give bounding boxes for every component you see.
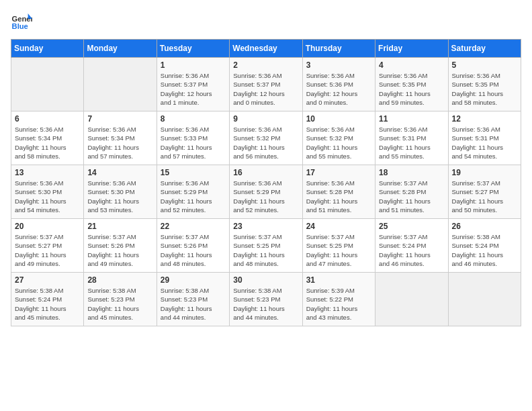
day-number: 1 xyxy=(161,60,226,70)
day-number: 7 xyxy=(87,114,152,124)
calendar-cell: 15Sunrise: 5:36 AM Sunset: 5:29 PM Dayli… xyxy=(157,165,229,219)
day-number: 31 xyxy=(306,275,371,285)
day-number: 21 xyxy=(87,222,152,231)
calendar-week-4: 20Sunrise: 5:37 AM Sunset: 5:27 PM Dayli… xyxy=(11,219,521,273)
calendar-cell: 26Sunrise: 5:38 AM Sunset: 5:24 PM Dayli… xyxy=(448,219,521,273)
day-number: 29 xyxy=(161,275,226,285)
day-number: 20 xyxy=(15,222,80,231)
logo: General Blue xyxy=(11,11,28,32)
logo-icon: General Blue xyxy=(11,11,32,32)
day-number: 18 xyxy=(379,168,444,177)
calendar-week-5: 27Sunrise: 5:38 AM Sunset: 5:24 PM Dayli… xyxy=(11,273,521,326)
calendar-cell: 28Sunrise: 5:38 AM Sunset: 5:23 PM Dayli… xyxy=(84,273,157,326)
day-info: Sunrise: 5:36 AM Sunset: 5:37 PM Dayligh… xyxy=(161,71,226,107)
day-info: Sunrise: 5:36 AM Sunset: 5:36 PM Dayligh… xyxy=(306,71,371,107)
day-number: 17 xyxy=(306,168,371,177)
page-header: General Blue xyxy=(11,11,521,32)
day-info: Sunrise: 5:38 AM Sunset: 5:23 PM Dayligh… xyxy=(233,286,298,322)
svg-text:Blue: Blue xyxy=(12,22,28,30)
day-number: 2 xyxy=(233,60,298,70)
day-info: Sunrise: 5:36 AM Sunset: 5:34 PM Dayligh… xyxy=(15,125,80,161)
calendar-cell: 25Sunrise: 5:37 AM Sunset: 5:24 PM Dayli… xyxy=(375,219,448,273)
weekday-header-thursday: Thursday xyxy=(302,40,375,58)
calendar-cell xyxy=(448,273,521,326)
day-info: Sunrise: 5:36 AM Sunset: 5:29 PM Dayligh… xyxy=(233,179,298,214)
calendar-cell: 10Sunrise: 5:36 AM Sunset: 5:32 PM Dayli… xyxy=(302,111,375,165)
calendar-cell: 22Sunrise: 5:37 AM Sunset: 5:26 PM Dayli… xyxy=(157,219,229,273)
day-info: Sunrise: 5:37 AM Sunset: 5:25 PM Dayligh… xyxy=(233,232,298,268)
weekday-header-monday: Monday xyxy=(84,40,157,58)
day-number: 19 xyxy=(452,168,517,177)
calendar-cell xyxy=(375,273,448,326)
day-info: Sunrise: 5:36 AM Sunset: 5:32 PM Dayligh… xyxy=(233,125,298,161)
day-info: Sunrise: 5:36 AM Sunset: 5:32 PM Dayligh… xyxy=(306,125,371,161)
day-number: 28 xyxy=(87,275,152,285)
day-info: Sunrise: 5:36 AM Sunset: 5:29 PM Dayligh… xyxy=(161,179,226,214)
weekday-header-tuesday: Tuesday xyxy=(157,40,229,58)
day-info: Sunrise: 5:36 AM Sunset: 5:33 PM Dayligh… xyxy=(161,125,226,161)
day-number: 12 xyxy=(452,114,517,124)
day-info: Sunrise: 5:37 AM Sunset: 5:24 PM Dayligh… xyxy=(379,232,444,268)
day-info: Sunrise: 5:37 AM Sunset: 5:27 PM Dayligh… xyxy=(15,232,80,268)
day-info: Sunrise: 5:36 AM Sunset: 5:30 PM Dayligh… xyxy=(87,179,152,214)
calendar-cell: 9Sunrise: 5:36 AM Sunset: 5:32 PM Daylig… xyxy=(230,111,302,165)
calendar-cell: 12Sunrise: 5:36 AM Sunset: 5:31 PM Dayli… xyxy=(448,111,521,165)
calendar-cell: 17Sunrise: 5:36 AM Sunset: 5:28 PM Dayli… xyxy=(302,165,375,219)
day-number: 16 xyxy=(233,168,298,177)
calendar-cell: 23Sunrise: 5:37 AM Sunset: 5:25 PM Dayli… xyxy=(230,219,302,273)
day-number: 13 xyxy=(15,168,80,177)
calendar-cell: 30Sunrise: 5:38 AM Sunset: 5:23 PM Dayli… xyxy=(230,273,302,326)
day-number: 6 xyxy=(15,114,80,124)
day-info: Sunrise: 5:37 AM Sunset: 5:27 PM Dayligh… xyxy=(452,179,517,214)
calendar-body: 1Sunrise: 5:36 AM Sunset: 5:37 PM Daylig… xyxy=(11,58,521,326)
day-info: Sunrise: 5:36 AM Sunset: 5:35 PM Dayligh… xyxy=(452,71,517,107)
day-info: Sunrise: 5:36 AM Sunset: 5:30 PM Dayligh… xyxy=(15,179,80,214)
calendar-header-row: SundayMondayTuesdayWednesdayThursdayFrid… xyxy=(11,40,521,58)
calendar-cell: 7Sunrise: 5:36 AM Sunset: 5:34 PM Daylig… xyxy=(84,111,157,165)
calendar-cell xyxy=(84,58,157,111)
day-info: Sunrise: 5:37 AM Sunset: 5:28 PM Dayligh… xyxy=(379,179,444,214)
day-number: 10 xyxy=(306,114,371,124)
calendar-cell xyxy=(11,58,84,111)
calendar-cell: 31Sunrise: 5:39 AM Sunset: 5:22 PM Dayli… xyxy=(302,273,375,326)
weekday-header-saturday: Saturday xyxy=(448,40,521,58)
calendar-cell: 1Sunrise: 5:36 AM Sunset: 5:37 PM Daylig… xyxy=(157,58,229,111)
day-info: Sunrise: 5:38 AM Sunset: 5:23 PM Dayligh… xyxy=(161,286,226,322)
weekday-header-wednesday: Wednesday xyxy=(230,40,302,58)
calendar-cell: 27Sunrise: 5:38 AM Sunset: 5:24 PM Dayli… xyxy=(11,273,84,326)
day-number: 24 xyxy=(306,222,371,231)
day-info: Sunrise: 5:37 AM Sunset: 5:26 PM Dayligh… xyxy=(87,232,152,268)
calendar-cell: 3Sunrise: 5:36 AM Sunset: 5:36 PM Daylig… xyxy=(302,58,375,111)
day-info: Sunrise: 5:36 AM Sunset: 5:31 PM Dayligh… xyxy=(452,125,517,161)
day-number: 23 xyxy=(233,222,298,231)
day-number: 26 xyxy=(452,222,517,231)
weekday-header-friday: Friday xyxy=(375,40,448,58)
calendar-cell: 19Sunrise: 5:37 AM Sunset: 5:27 PM Dayli… xyxy=(448,165,521,219)
calendar-cell: 5Sunrise: 5:36 AM Sunset: 5:35 PM Daylig… xyxy=(448,58,521,111)
day-info: Sunrise: 5:36 AM Sunset: 5:35 PM Dayligh… xyxy=(379,71,444,107)
day-number: 22 xyxy=(161,222,226,231)
weekday-header-sunday: Sunday xyxy=(11,40,84,58)
calendar-cell: 8Sunrise: 5:36 AM Sunset: 5:33 PM Daylig… xyxy=(157,111,229,165)
day-number: 3 xyxy=(306,60,371,70)
day-info: Sunrise: 5:39 AM Sunset: 5:22 PM Dayligh… xyxy=(306,286,371,322)
calendar-cell: 13Sunrise: 5:36 AM Sunset: 5:30 PM Dayli… xyxy=(11,165,84,219)
day-number: 25 xyxy=(379,222,444,231)
day-info: Sunrise: 5:37 AM Sunset: 5:25 PM Dayligh… xyxy=(306,232,371,268)
day-info: Sunrise: 5:36 AM Sunset: 5:37 PM Dayligh… xyxy=(233,71,298,107)
day-info: Sunrise: 5:38 AM Sunset: 5:23 PM Dayligh… xyxy=(87,286,152,322)
calendar-cell: 20Sunrise: 5:37 AM Sunset: 5:27 PM Dayli… xyxy=(11,219,84,273)
day-number: 27 xyxy=(15,275,80,285)
calendar-week-3: 13Sunrise: 5:36 AM Sunset: 5:30 PM Dayli… xyxy=(11,165,521,219)
day-info: Sunrise: 5:36 AM Sunset: 5:34 PM Dayligh… xyxy=(87,125,152,161)
calendar-cell: 2Sunrise: 5:36 AM Sunset: 5:37 PM Daylig… xyxy=(230,58,302,111)
calendar-cell: 14Sunrise: 5:36 AM Sunset: 5:30 PM Dayli… xyxy=(84,165,157,219)
calendar-week-1: 1Sunrise: 5:36 AM Sunset: 5:37 PM Daylig… xyxy=(11,58,521,111)
day-info: Sunrise: 5:36 AM Sunset: 5:28 PM Dayligh… xyxy=(306,179,371,214)
calendar-cell: 6Sunrise: 5:36 AM Sunset: 5:34 PM Daylig… xyxy=(11,111,84,165)
calendar-table: SundayMondayTuesdayWednesdayThursdayFrid… xyxy=(11,39,521,326)
day-number: 8 xyxy=(161,114,226,124)
day-info: Sunrise: 5:38 AM Sunset: 5:24 PM Dayligh… xyxy=(452,232,517,268)
calendar-week-2: 6Sunrise: 5:36 AM Sunset: 5:34 PM Daylig… xyxy=(11,111,521,165)
day-number: 14 xyxy=(87,168,152,177)
